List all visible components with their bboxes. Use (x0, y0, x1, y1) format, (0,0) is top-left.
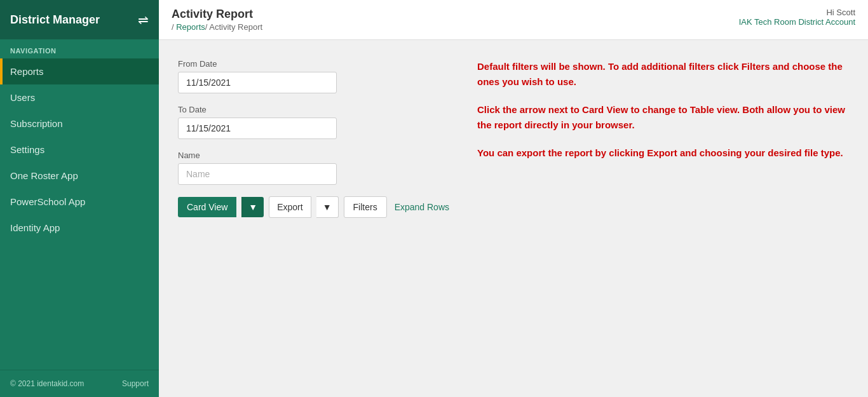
nav-label: NAVIGATION (0, 39, 159, 58)
help-paragraph-1: Default filters will be shown. To add ad… (477, 59, 849, 90)
name-input[interactable] (178, 163, 337, 185)
sidebar-item-one-roster-app[interactable]: One Roster App (0, 163, 159, 189)
name-group: Name (178, 151, 452, 185)
from-date-group: From Date (178, 59, 452, 93)
support-link[interactable]: Support (122, 379, 149, 388)
help-paragraph-3: You can export the report by clicking Ex… (477, 145, 849, 161)
help-text: Default filters will be shown. To add ad… (477, 59, 849, 161)
user-greeting: Hi Scott (739, 8, 855, 17)
card-view-button[interactable]: Card View (178, 197, 236, 217)
sidebar-header: District Manager ⇌ (0, 0, 159, 39)
sidebar-item-reports[interactable]: Reports (0, 58, 159, 84)
export-caret-button[interactable]: ▼ (316, 196, 339, 218)
breadcrumb: / Reports/ Activity Report (172, 22, 262, 32)
topbar-right: Hi Scott IAK Tech Room District Account (739, 8, 855, 27)
breadcrumb-current: Activity Report (209, 22, 262, 32)
to-date-input[interactable] (178, 118, 337, 139)
breadcrumb-reports[interactable]: Reports (176, 22, 205, 32)
to-date-label: To Date (178, 105, 452, 114)
sidebar: District Manager ⇌ NAVIGATION Reports Us… (0, 0, 159, 397)
sidebar-title: District Manager (10, 13, 100, 27)
form-section: From Date To Date Name Card View ▼ Expor… (178, 59, 452, 378)
account-info: IAK Tech Room District Account (739, 17, 855, 27)
sidebar-item-identity-app[interactable]: Identity App (0, 215, 159, 241)
main-content: Activity Report / Reports/ Activity Repo… (159, 0, 868, 397)
export-button[interactable]: Export (269, 196, 311, 218)
page-title: Activity Report (172, 8, 262, 21)
sidebar-footer: © 2021 identakid.com Support (0, 370, 159, 397)
copyright: © 2021 identakid.com (10, 379, 84, 388)
filters-button[interactable]: Filters (344, 196, 387, 218)
name-label: Name (178, 151, 452, 160)
topbar-left: Activity Report / Reports/ Activity Repo… (172, 8, 262, 32)
button-row: Card View ▼ Export ▼ Filters Expand Rows (178, 196, 452, 218)
help-paragraph-2: Click the arrow next to Card View to cha… (477, 102, 849, 133)
sidebar-item-settings[interactable]: Settings (0, 137, 159, 163)
help-section: Default filters will be shown. To add ad… (477, 59, 849, 378)
content-area: From Date To Date Name Card View ▼ Expor… (159, 40, 868, 397)
from-date-input[interactable] (178, 72, 337, 93)
to-date-group: To Date (178, 105, 452, 139)
sidebar-item-powerschool-app[interactable]: PowerSchool App (0, 189, 159, 215)
sidebar-item-subscription[interactable]: Subscription (0, 111, 159, 137)
sidebar-item-users[interactable]: Users (0, 84, 159, 111)
transfer-icon[interactable]: ⇌ (138, 12, 149, 27)
from-date-label: From Date (178, 59, 452, 69)
topbar: Activity Report / Reports/ Activity Repo… (159, 0, 868, 40)
card-view-caret-button[interactable]: ▼ (241, 197, 264, 217)
expand-rows-button[interactable]: Expand Rows (392, 197, 452, 217)
